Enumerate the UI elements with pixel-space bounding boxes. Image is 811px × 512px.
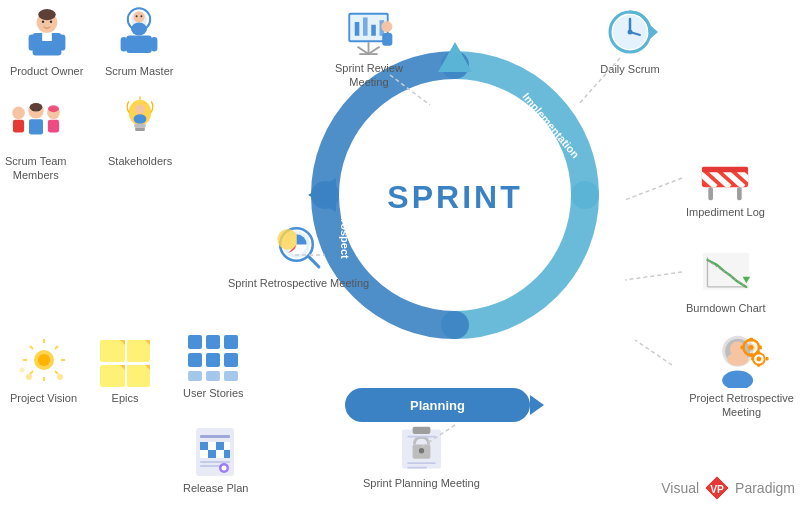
svg-rect-32 <box>135 128 145 131</box>
svg-rect-54 <box>188 335 202 349</box>
svg-rect-56 <box>224 335 238 349</box>
watermark: Visual VP Paradigm <box>661 474 795 502</box>
svg-point-11 <box>134 11 145 22</box>
user-stories-icon <box>183 330 243 384</box>
svg-rect-61 <box>206 371 220 381</box>
svg-rect-57 <box>188 353 202 367</box>
svg-point-7 <box>41 21 43 23</box>
svg-rect-143 <box>751 357 754 360</box>
vp-diamond-icon: VP <box>703 474 731 502</box>
svg-point-18 <box>12 107 25 120</box>
svg-point-16 <box>136 15 138 17</box>
svg-line-41 <box>55 346 58 349</box>
svg-line-152 <box>635 340 672 365</box>
svg-rect-104 <box>407 436 435 438</box>
sprint-retrospective-meeting: Sprint Retrospective Meeting <box>228 218 369 290</box>
artifact-project-vision: Project Vision <box>10 335 77 404</box>
svg-line-39 <box>30 346 33 349</box>
svg-point-34 <box>38 354 50 366</box>
sprint-retrospective-icon <box>266 218 331 273</box>
svg-rect-71 <box>216 450 224 458</box>
stakeholders-label: Stakeholders <box>108 154 172 168</box>
svg-point-29 <box>135 105 145 115</box>
svg-rect-19 <box>13 120 24 133</box>
artifact-release-plan: Release Plan <box>183 425 248 494</box>
svg-rect-47 <box>127 340 150 362</box>
project-retrospective-label: Project Retrospective Meeting <box>672 391 811 420</box>
release-plan-label: Release Plan <box>183 482 248 494</box>
svg-rect-86 <box>355 22 360 36</box>
svg-rect-95 <box>383 33 393 46</box>
svg-rect-121 <box>737 187 742 200</box>
svg-rect-106 <box>407 467 427 469</box>
sprint-review-icon <box>341 8 396 58</box>
scrum-team-label: Scrum Team Members <box>5 154 67 183</box>
svg-rect-58 <box>206 353 220 367</box>
svg-point-103 <box>419 448 424 453</box>
svg-rect-120 <box>709 187 714 200</box>
svg-rect-135 <box>749 338 753 342</box>
svg-point-8 <box>49 21 51 23</box>
svg-rect-15 <box>151 37 157 51</box>
svg-rect-136 <box>749 353 753 357</box>
svg-text:SPRINT: SPRINT <box>387 179 522 215</box>
svg-point-145 <box>722 371 753 388</box>
artifact-epics: Epics <box>95 335 155 404</box>
sprint-planning-icon <box>394 425 449 473</box>
role-scrum-team: Scrum Team Members <box>5 95 67 183</box>
svg-point-44 <box>19 368 24 373</box>
svg-rect-141 <box>757 351 760 354</box>
svg-line-150 <box>625 178 682 200</box>
svg-rect-105 <box>407 462 435 464</box>
svg-rect-144 <box>766 357 769 360</box>
svg-point-76 <box>221 466 226 471</box>
role-scrum-master: Scrum Master <box>105 5 173 78</box>
svg-rect-88 <box>372 25 377 36</box>
svg-rect-122 <box>702 167 748 173</box>
impediment-log-label: Impediment Log <box>686 205 765 219</box>
svg-rect-69 <box>200 450 208 458</box>
sprint-retrospective-label: Sprint Retrospective Meeting <box>228 276 369 290</box>
svg-point-140 <box>756 357 761 362</box>
artifact-user-stories: User Stories <box>183 330 244 399</box>
svg-rect-73 <box>200 461 230 463</box>
svg-line-40 <box>55 371 58 374</box>
svg-line-93 <box>369 47 380 54</box>
svg-point-12 <box>131 23 147 36</box>
svg-rect-74 <box>200 465 222 467</box>
svg-rect-46 <box>100 340 125 362</box>
svg-rect-137 <box>741 345 745 349</box>
svg-rect-72 <box>224 450 230 458</box>
epics-label: Epics <box>112 392 139 404</box>
svg-point-43 <box>26 374 32 380</box>
svg-point-94 <box>382 21 393 32</box>
svg-rect-13 <box>126 35 152 53</box>
scrum-master-label: Scrum Master <box>105 64 173 78</box>
svg-line-92 <box>358 47 369 54</box>
svg-rect-22 <box>29 119 43 134</box>
project-retrospective-meeting: Project Retrospective Meeting <box>672 330 811 420</box>
sprint-review-label: Sprint Review Meeting <box>335 61 403 90</box>
impediment-log-icon <box>696 152 754 202</box>
daily-scrum: Daily Scrum <box>600 5 660 76</box>
burndown-chart: Burndown Chart <box>686 248 766 315</box>
svg-rect-65 <box>200 442 208 450</box>
svg-point-2 <box>38 9 56 20</box>
project-vision-icon <box>14 335 74 389</box>
svg-rect-59 <box>224 353 238 367</box>
svg-point-27 <box>38 109 40 111</box>
svg-rect-138 <box>758 345 762 349</box>
scrum-team-icon <box>8 95 64 151</box>
watermark-visual: Visual <box>661 480 699 496</box>
planning-label: Planning <box>410 398 465 413</box>
svg-point-45 <box>57 374 63 380</box>
svg-rect-25 <box>48 120 59 133</box>
epics-icon <box>95 335 155 389</box>
scrum-master-icon <box>111 5 167 61</box>
daily-scrum-icon <box>600 5 660 59</box>
svg-rect-49 <box>127 365 150 387</box>
sprint-review-meeting: Sprint Review Meeting <box>335 8 403 90</box>
svg-point-111 <box>628 30 633 35</box>
svg-line-151 <box>625 272 682 280</box>
svg-rect-5 <box>28 35 34 51</box>
